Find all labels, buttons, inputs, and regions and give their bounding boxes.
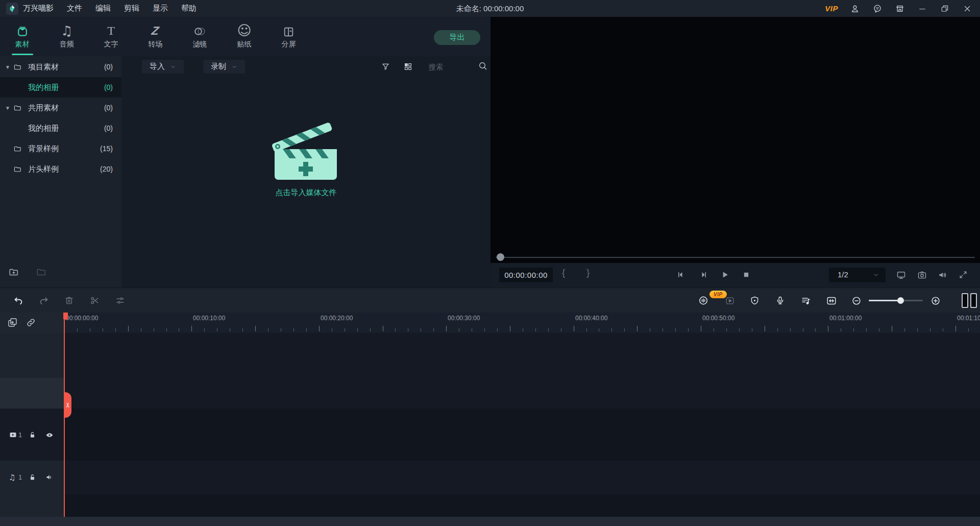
timeline-lane[interactable] bbox=[64, 378, 980, 409]
redo-button[interactable] bbox=[37, 294, 50, 307]
adjust-button[interactable] bbox=[114, 294, 127, 307]
previous-frame-button[interactable] bbox=[675, 269, 687, 281]
playhead-scissors-handle[interactable]: ✂ bbox=[64, 392, 71, 418]
menu-item-2[interactable]: 剪辑 bbox=[124, 4, 139, 13]
ruler-tick bbox=[841, 328, 841, 331]
search-icon[interactable] bbox=[478, 61, 488, 71]
restore-button[interactable] bbox=[939, 3, 950, 14]
preview-video-area[interactable] bbox=[491, 17, 980, 263]
ruler-tick bbox=[255, 326, 256, 331]
ruler-tick bbox=[293, 328, 294, 331]
close-button[interactable] bbox=[962, 3, 973, 14]
ruler-tick bbox=[765, 326, 765, 331]
ruler-tick bbox=[179, 328, 179, 331]
tab-transition[interactable]: Z转场 bbox=[133, 17, 178, 56]
search-input[interactable] bbox=[428, 61, 477, 73]
audio-track-lane[interactable] bbox=[64, 461, 980, 495]
menu-item-0[interactable]: 文件 bbox=[67, 4, 82, 13]
panel-layout-icon[interactable] bbox=[962, 293, 977, 308]
chevron-down-icon[interactable]: ▼ bbox=[5, 64, 10, 70]
grid-view-icon[interactable] bbox=[403, 62, 413, 72]
sidebar-item-1[interactable]: 我的相册(0) bbox=[0, 77, 121, 98]
audio-track-icon: ♫ bbox=[9, 473, 17, 482]
ruler-tick bbox=[574, 326, 574, 331]
mark-in-button[interactable]: { bbox=[562, 267, 565, 278]
timeline-panel: 00:00:00:0000:00:10:0000:00:20:0000:00:3… bbox=[0, 313, 980, 526]
snapshot-icon[interactable] bbox=[916, 269, 928, 281]
mute-speaker-icon[interactable] bbox=[45, 473, 54, 482]
ruler-timecode-label: 00:00:40:00 bbox=[575, 315, 607, 322]
display-device-icon[interactable] bbox=[895, 269, 907, 281]
split-scissors-button[interactable] bbox=[88, 294, 101, 307]
tab-label: 贴纸 bbox=[237, 40, 252, 49]
lock-icon[interactable] bbox=[28, 473, 37, 482]
timeline-scrollbar-track[interactable] bbox=[0, 517, 980, 526]
marker-shield-icon[interactable] bbox=[748, 294, 761, 307]
record-voiceover-mic-icon[interactable] bbox=[774, 294, 787, 307]
menu-item-1[interactable]: 编辑 bbox=[95, 4, 111, 13]
tab-filter[interactable]: 滤镜 bbox=[178, 17, 222, 56]
folder-dim-icon[interactable] bbox=[36, 267, 47, 278]
fullscreen-icon[interactable] bbox=[957, 269, 969, 281]
store-icon[interactable] bbox=[894, 3, 905, 14]
empty-state-label[interactable]: 点击导入媒体文件 bbox=[121, 188, 491, 198]
volume-icon[interactable] bbox=[936, 269, 948, 281]
filter-funnel-icon[interactable] bbox=[381, 62, 391, 72]
tab-media[interactable]: 素材 bbox=[0, 17, 44, 56]
visibility-eye-icon[interactable] bbox=[45, 431, 54, 439]
tab-audio[interactable]: ♫音频 bbox=[44, 17, 89, 56]
account-icon[interactable] bbox=[849, 3, 861, 14]
timeline-zoom-slider[interactable] bbox=[869, 300, 923, 301]
minimize-button[interactable] bbox=[917, 3, 928, 14]
tab-sticker[interactable]: ☺贴纸 bbox=[222, 17, 266, 56]
sidebar-item-count: (0) bbox=[104, 124, 113, 132]
next-frame-button[interactable] bbox=[697, 269, 709, 281]
ruler-tick bbox=[828, 326, 828, 331]
sidebar-item-2[interactable]: ▼共用素材(0) bbox=[0, 98, 121, 118]
play-button[interactable] bbox=[719, 269, 731, 281]
video-track-lane[interactable] bbox=[64, 409, 980, 461]
add-track-button[interactable] bbox=[7, 317, 18, 328]
import-dropdown[interactable]: 导入 bbox=[142, 60, 184, 74]
record-dropdown[interactable]: 录制 bbox=[203, 60, 245, 74]
sidebar-item-4[interactable]: 背景样例(15) bbox=[0, 138, 121, 159]
timeline-lane[interactable] bbox=[64, 494, 980, 517]
vip-badge[interactable]: VIP bbox=[825, 4, 838, 13]
zoom-slider-handle[interactable] bbox=[897, 297, 904, 304]
sidebar-item-5[interactable]: 片头样例(20) bbox=[0, 159, 121, 179]
lock-icon[interactable] bbox=[28, 431, 37, 439]
preview-scale-select[interactable]: 1/2 bbox=[829, 268, 886, 282]
tab-split[interactable]: 分屏 bbox=[266, 17, 311, 56]
ruler-tick bbox=[319, 326, 320, 331]
export-button[interactable]: 导出 bbox=[434, 30, 480, 45]
mark-out-button[interactable]: } bbox=[586, 267, 590, 278]
preview-scrubber-track[interactable] bbox=[496, 257, 975, 258]
sidebar-item-label: 我的相册 bbox=[28, 83, 59, 92]
audio-track-number: 1 bbox=[18, 473, 22, 481]
delete-button[interactable] bbox=[63, 294, 76, 307]
ruler-tick bbox=[637, 326, 638, 331]
timeline-lane[interactable] bbox=[64, 333, 980, 378]
undo-button[interactable] bbox=[12, 294, 24, 307]
stop-button[interactable] bbox=[740, 269, 752, 281]
sidebar-item-0[interactable]: ▼项目素材(0) bbox=[0, 57, 121, 77]
menu-item-4[interactable]: 帮助 bbox=[181, 4, 197, 13]
link-clips-icon[interactable] bbox=[26, 317, 37, 328]
zoom-out-button[interactable] bbox=[850, 294, 863, 307]
chevron-down-icon[interactable]: ▼ bbox=[5, 105, 10, 111]
zoom-to-fit-button[interactable] bbox=[825, 294, 838, 307]
tab-text[interactable]: T文字 bbox=[89, 17, 133, 56]
audio-mixer-icon[interactable] bbox=[799, 294, 812, 307]
new-folder-icon[interactable] bbox=[8, 267, 19, 278]
timeline-ruler[interactable]: 00:00:00:0000:00:10:0000:00:20:0000:00:3… bbox=[64, 313, 980, 333]
render-preview-icon[interactable] bbox=[723, 294, 736, 307]
ruler-tick bbox=[115, 328, 116, 331]
voiceover-icon[interactable] bbox=[697, 294, 710, 307]
preview-scrubber-handle[interactable] bbox=[497, 253, 504, 261]
sidebar-item-3[interactable]: 我的相册(0) bbox=[0, 118, 121, 138]
zoom-in-button[interactable] bbox=[929, 294, 942, 307]
menu-item-3[interactable]: 显示 bbox=[153, 4, 168, 13]
import-empty-state[interactable]: 点击导入媒体文件 bbox=[121, 123, 491, 198]
playhead-handle[interactable] bbox=[63, 313, 68, 320]
feedback-icon[interactable] bbox=[872, 3, 883, 14]
